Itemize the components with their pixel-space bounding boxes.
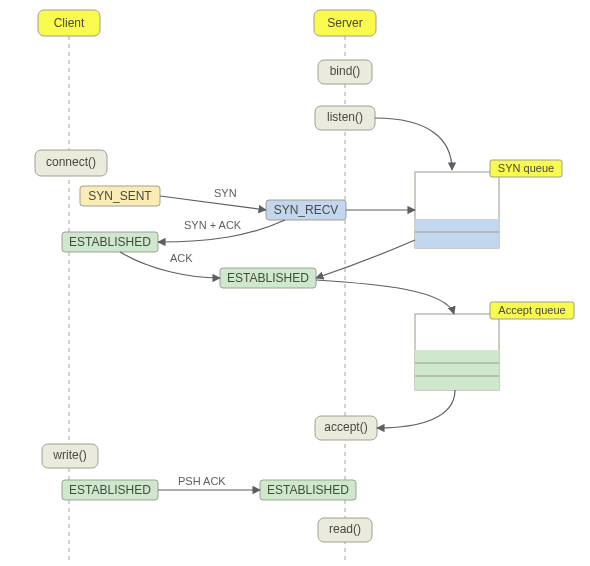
call-listen-label: listen() bbox=[327, 110, 363, 124]
accept-queue-title: Accept queue bbox=[498, 304, 565, 316]
syn-queue: SYN queue bbox=[415, 160, 562, 248]
syn-queue-title: SYN queue bbox=[498, 162, 554, 174]
svg-rect-6 bbox=[415, 219, 499, 248]
call-accept: accept() bbox=[315, 416, 377, 440]
call-write-label: write() bbox=[52, 448, 86, 462]
call-accept-label: accept() bbox=[324, 420, 367, 434]
state-syn-sent-label: SYN_SENT bbox=[88, 189, 152, 203]
edge-ack-label: ACK bbox=[170, 252, 193, 264]
arrow-est-to-accq bbox=[316, 280, 454, 314]
state-est-client-2-label: ESTABLISHED bbox=[69, 483, 151, 497]
arrow-accq-to-accept bbox=[377, 390, 455, 428]
call-read: read() bbox=[318, 518, 372, 542]
edge-synack-label: SYN + ACK bbox=[184, 219, 242, 231]
arrow-synq-to-est bbox=[316, 240, 415, 278]
participant-client: Client bbox=[38, 10, 100, 36]
participant-client-label: Client bbox=[54, 16, 85, 30]
call-connect: connect() bbox=[35, 150, 107, 176]
edge-pshack-label: PSH ACK bbox=[178, 475, 226, 487]
call-connect-label: connect() bbox=[46, 155, 96, 169]
arrow-syn bbox=[160, 196, 266, 210]
call-read-label: read() bbox=[329, 522, 361, 536]
call-listen: listen() bbox=[315, 106, 375, 130]
call-bind-label: bind() bbox=[330, 64, 361, 78]
arrow-listen-to-synq bbox=[375, 118, 452, 170]
state-est-client-1-label: ESTABLISHED bbox=[69, 235, 151, 249]
tcp-sequence-diagram: Client Server bind() listen() connect() … bbox=[0, 0, 590, 566]
accept-queue: Accept queue bbox=[415, 302, 574, 390]
call-bind: bind() bbox=[318, 60, 372, 84]
svg-rect-10 bbox=[415, 350, 499, 390]
edge-syn-label: SYN bbox=[214, 187, 237, 199]
call-write: write() bbox=[42, 444, 98, 468]
participant-server: Server bbox=[314, 10, 376, 36]
state-est-server-label: ESTABLISHED bbox=[227, 271, 309, 285]
participant-server-label: Server bbox=[327, 16, 362, 30]
state-est-server-2-label: ESTABLISHED bbox=[267, 483, 349, 497]
state-syn-recv-label: SYN_RECV bbox=[274, 203, 339, 217]
